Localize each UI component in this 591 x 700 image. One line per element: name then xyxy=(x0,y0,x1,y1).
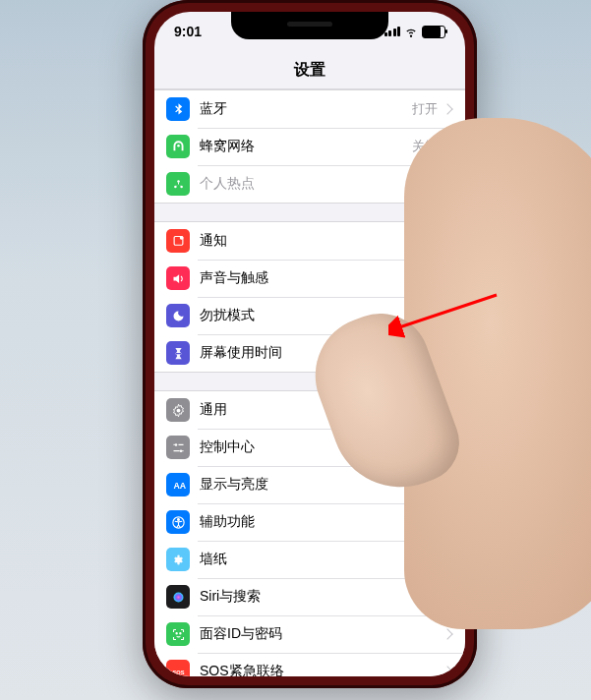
row-value: 打开 xyxy=(412,100,438,118)
row-label: 墙纸 xyxy=(200,551,443,568)
nav-header: 设置 xyxy=(154,51,465,89)
notification-badge: 1 xyxy=(418,401,436,419)
chevron-right-icon xyxy=(442,272,452,283)
chevron-right-icon xyxy=(442,441,452,452)
row-label: 通用 xyxy=(200,401,418,419)
settings-row-general[interactable]: 通用1 xyxy=(154,391,465,429)
display-icon: AA xyxy=(166,473,190,496)
chevron-right-icon xyxy=(442,178,452,189)
bluetooth-icon xyxy=(166,97,190,121)
svg-point-14 xyxy=(176,632,177,633)
settings-row-wallpaper[interactable]: 墙纸 xyxy=(154,541,465,578)
row-label: 蓝牙 xyxy=(200,100,412,118)
svg-point-1 xyxy=(177,180,180,183)
notifications-icon xyxy=(166,229,190,253)
hotspot-icon xyxy=(166,172,190,196)
status-indicators xyxy=(384,25,446,38)
wifi-icon xyxy=(404,25,418,38)
settings-group: 蓝牙打开蜂窝网络关闭个人热点关闭 xyxy=(154,89,465,204)
screentime-icon xyxy=(166,341,190,365)
row-label: 声音与触感 xyxy=(200,269,443,287)
settings-row-display[interactable]: AA显示与亮度 xyxy=(154,466,465,503)
faceid-icon xyxy=(166,622,190,646)
general-icon xyxy=(166,398,190,422)
row-label: 个人热点 xyxy=(200,175,412,193)
settings-row-notifications[interactable]: 通知 xyxy=(154,222,465,260)
settings-row-accessibility[interactable]: 辅助功能 xyxy=(154,503,465,541)
chevron-right-icon xyxy=(442,591,452,602)
settings-row-siri[interactable]: Siri与搜索 xyxy=(154,578,465,615)
phone-screen: 9:01 设置 蓝牙打开蜂窝网络关闭个人热点关闭通知声音与触感勿扰模式屏幕使用时… xyxy=(154,12,465,676)
phone-frame: 9:01 设置 蓝牙打开蜂窝网络关闭个人热点关闭通知声音与触感勿扰模式屏幕使用时… xyxy=(143,0,477,688)
sos-icon: SOS xyxy=(166,660,190,676)
settings-row-sos[interactable]: SOSSOS紧急联络 xyxy=(154,653,465,676)
dnd-icon xyxy=(166,304,190,327)
svg-point-6 xyxy=(176,408,180,412)
chevron-right-icon xyxy=(442,347,452,358)
svg-point-8 xyxy=(179,449,182,452)
notch xyxy=(231,12,388,39)
chevron-right-icon xyxy=(442,628,452,639)
settings-row-hotspot[interactable]: 个人热点关闭 xyxy=(154,165,465,203)
settings-row-bluetooth[interactable]: 蓝牙打开 xyxy=(154,90,465,128)
settings-row-dnd[interactable]: 勿扰模式 xyxy=(154,297,465,334)
battery-icon xyxy=(422,26,445,38)
svg-point-11 xyxy=(177,518,179,520)
svg-point-5 xyxy=(179,235,183,239)
wallpaper-icon xyxy=(166,548,190,571)
row-label: 蜂窝网络 xyxy=(200,138,412,155)
siri-icon xyxy=(166,585,190,609)
chevron-right-icon xyxy=(442,479,452,490)
chevron-right-icon xyxy=(442,666,452,676)
accessibility-icon xyxy=(166,510,190,534)
svg-point-13 xyxy=(173,592,183,602)
row-value: 关闭 xyxy=(412,175,438,193)
chevron-right-icon xyxy=(442,516,452,527)
settings-group: 通用1控制中心AA显示与亮度辅助功能墙纸Siri与搜索面容ID与密码SOSSOS… xyxy=(154,390,465,676)
row-label: 显示与亮度 xyxy=(200,476,443,494)
svg-text:SOS: SOS xyxy=(172,670,184,675)
chevron-right-icon xyxy=(442,404,452,415)
status-time: 9:01 xyxy=(174,24,202,39)
chevron-right-icon xyxy=(442,141,452,151)
row-label: 辅助功能 xyxy=(200,513,443,531)
chevron-right-icon xyxy=(442,103,452,114)
row-label: 控制中心 xyxy=(200,438,443,456)
cellular-icon xyxy=(166,135,190,158)
row-label: Siri与搜索 xyxy=(200,588,443,606)
settings-group: 通知声音与触感勿扰模式屏幕使用时间 xyxy=(154,221,465,373)
settings-row-cellular[interactable]: 蜂窝网络关闭 xyxy=(154,128,465,165)
settings-list[interactable]: 蓝牙打开蜂窝网络关闭个人热点关闭通知声音与触感勿扰模式屏幕使用时间通用1控制中心… xyxy=(154,89,465,676)
row-label: 勿扰模式 xyxy=(200,307,443,324)
svg-point-7 xyxy=(174,443,177,446)
svg-point-15 xyxy=(179,632,180,633)
settings-row-sounds[interactable]: 声音与触感 xyxy=(154,260,465,297)
row-label: 通知 xyxy=(200,232,443,250)
chevron-right-icon xyxy=(442,554,452,564)
row-label: 面容ID与密码 xyxy=(200,625,443,643)
settings-row-faceid[interactable]: 面容ID与密码 xyxy=(154,615,465,653)
page-title: 设置 xyxy=(294,60,325,81)
chevron-right-icon xyxy=(442,310,452,321)
row-label: SOS紧急联络 xyxy=(200,663,443,676)
settings-row-control[interactable]: 控制中心 xyxy=(154,429,465,466)
svg-text:AA: AA xyxy=(173,481,186,491)
row-label: 屏幕使用时间 xyxy=(200,344,443,362)
settings-row-screentime[interactable]: 屏幕使用时间 xyxy=(154,334,465,372)
chevron-right-icon xyxy=(442,235,452,246)
svg-point-0 xyxy=(177,145,180,147)
control-icon xyxy=(166,436,190,459)
sounds-icon xyxy=(166,266,190,290)
row-value: 关闭 xyxy=(412,138,438,155)
